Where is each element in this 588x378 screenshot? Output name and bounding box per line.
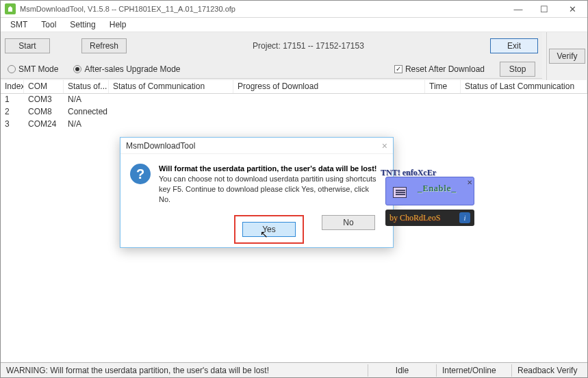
close-button[interactable]: ✕ [557, 1, 587, 17]
col-com[interactable]: COM [24, 80, 64, 93]
col-status-of[interactable]: Status of... [64, 80, 109, 93]
mode-row: SMT Mode After-sales Upgrade Mode Reset … [1, 60, 542, 79]
dialog-title: MsmDownloadTool [126, 141, 195, 151]
maximize-button[interactable]: ☐ [531, 1, 557, 17]
project-label: Project: 17151 -- 17152-17153 [132, 41, 485, 51]
status-readback: Readback Verify [512, 364, 587, 377]
reset-after-download-checkbox[interactable]: Reset After Download [394, 64, 485, 74]
col-progress[interactable]: Progress of Download [233, 80, 425, 93]
table-row[interactable]: 1 COM3 N/A [1, 94, 587, 106]
col-time[interactable]: Time [425, 80, 461, 93]
dialog-titlebar: MsmDownloadTool × [120, 138, 393, 154]
yes-button-highlight: Yes [234, 215, 304, 244]
menu-smt[interactable]: SMT [3, 18, 34, 31]
minimize-button[interactable]: — [505, 1, 531, 17]
dialog-message: Will format the userdata partition, the … [159, 164, 382, 204]
badge-close-icon: ✕ [467, 179, 472, 186]
menu-tool[interactable]: Tool [34, 18, 63, 31]
watermark-author: by ChoRdLeoS [389, 213, 459, 223]
table-header: Index COM Status of... Status of Communi… [1, 80, 587, 94]
start-button[interactable]: Start [5, 38, 50, 53]
status-internet: Internet/Online [437, 364, 512, 377]
menu-help[interactable]: Help [103, 18, 133, 31]
watermark-enable-badge: TNT! enfoXcEr _Enable_ ✕ [385, 177, 474, 205]
menu-setting[interactable]: Setting [63, 18, 102, 31]
watermark-brand: TNT! enfoXcEr [381, 168, 436, 178]
info-icon: i [459, 212, 470, 223]
status-warning: WARNING: Will format the userdata partit… [1, 364, 368, 377]
yes-button[interactable]: Yes [242, 222, 296, 237]
stop-button[interactable]: Stop [500, 62, 535, 77]
document-icon [393, 187, 407, 198]
status-idle: Idle [368, 364, 437, 377]
menubar: SMT Tool Setting Help [1, 18, 587, 32]
toolbar-area: Start Refresh Project: 17151 -- 17152-17… [1, 32, 587, 80]
smt-mode-radio[interactable]: SMT Mode [8, 64, 58, 74]
watermark-enable: _Enable_ [418, 183, 457, 194]
table-row[interactable]: 3 COM24 N/A [1, 118, 587, 131]
statusbar: WARNING: Will format the userdata partit… [1, 362, 587, 377]
col-index[interactable]: Index [1, 80, 24, 93]
after-sales-mode-radio[interactable]: After-sales Upgrade Mode [73, 64, 180, 74]
titlebar: MsmDownloadTool, V1.5.8 -- CPH1801EX_11_… [1, 1, 587, 18]
window-title: MsmDownloadTool, V1.5.8 -- CPH1801EX_11_… [20, 5, 505, 13]
toolbar: Start Refresh Project: 17151 -- 17152-17… [1, 32, 542, 60]
radio-icon [8, 65, 16, 73]
question-icon: ? [130, 164, 151, 184]
verify-button[interactable]: Verify [549, 49, 585, 64]
app-icon [5, 3, 16, 14]
watermark-author-badge: by ChoRdLeoS i [385, 210, 474, 226]
checkbox-icon [394, 65, 402, 73]
col-status-comm[interactable]: Status of Communication [109, 80, 233, 93]
table-row[interactable]: 2 COM8 Connected [1, 106, 587, 118]
dialog-close-button[interactable]: × [382, 140, 387, 151]
exit-button[interactable]: Exit [490, 38, 538, 53]
radio-icon [73, 65, 81, 73]
refresh-button[interactable]: Refresh [81, 38, 127, 53]
no-button[interactable]: No [322, 215, 375, 230]
col-last[interactable]: Status of Last Communication [461, 80, 587, 93]
confirm-dialog: MsmDownloadTool × ? Will format the user… [120, 137, 394, 248]
